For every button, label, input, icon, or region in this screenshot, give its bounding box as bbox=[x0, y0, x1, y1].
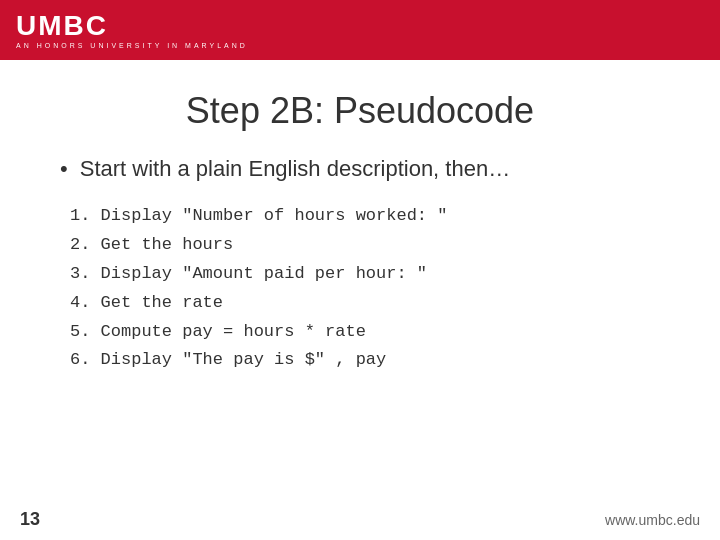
page-number: 13 bbox=[20, 509, 40, 530]
bullet-point: • Start with a plain English description… bbox=[60, 156, 660, 182]
logo-container: UMBC AN HONORS UNIVERSITY IN MARYLAND bbox=[16, 12, 248, 49]
website-url: www.umbc.edu bbox=[605, 512, 700, 528]
code-line-3: 3. Display "Amount paid per hour: " bbox=[70, 260, 660, 289]
footer: 13 www.umbc.edu bbox=[0, 509, 720, 530]
bullet-section: • Start with a plain English description… bbox=[60, 156, 660, 182]
code-line-4: 4. Get the rate bbox=[70, 289, 660, 318]
bullet-text: Start with a plain English description, … bbox=[80, 156, 510, 182]
header-bar: UMBC AN HONORS UNIVERSITY IN MARYLAND bbox=[0, 0, 720, 60]
code-line-1: 1. Display "Number of hours worked: " bbox=[70, 202, 660, 231]
bullet-dot: • bbox=[60, 156, 68, 182]
code-line-5: 5. Compute pay = hours * rate bbox=[70, 318, 660, 347]
main-content: Step 2B: Pseudocode • Start with a plain… bbox=[0, 60, 720, 395]
logo-subtitle: AN HONORS UNIVERSITY IN MARYLAND bbox=[16, 42, 248, 49]
slide-title: Step 2B: Pseudocode bbox=[60, 90, 660, 132]
code-block: 1. Display "Number of hours worked: " 2.… bbox=[70, 202, 660, 375]
code-line-2: 2. Get the hours bbox=[70, 231, 660, 260]
umbc-logo: UMBC bbox=[16, 12, 248, 40]
code-line-6: 6. Display "The pay is $" , pay bbox=[70, 346, 660, 375]
